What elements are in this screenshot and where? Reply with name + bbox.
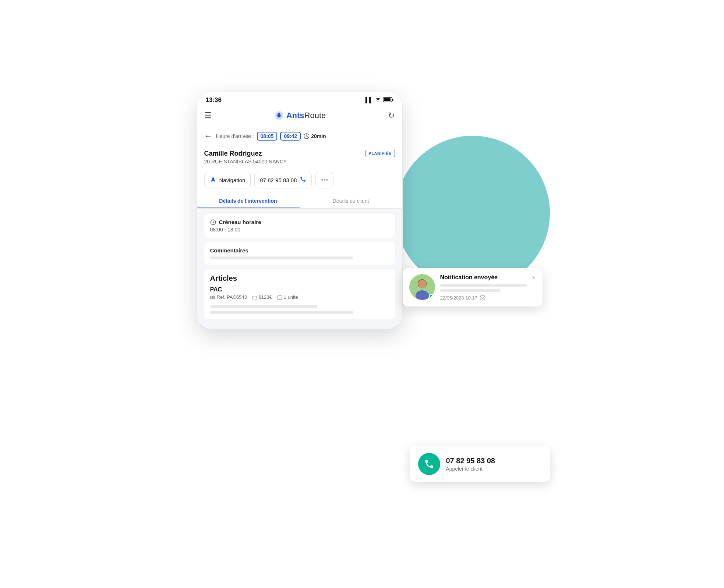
commentaires-title-text: Commentaires bbox=[210, 247, 248, 254]
back-button[interactable]: ← bbox=[204, 131, 212, 141]
svg-rect-10 bbox=[211, 295, 211, 298]
svg-rect-11 bbox=[211, 295, 212, 298]
commentaires-card: Commentaires bbox=[204, 242, 395, 265]
tabs-row: Détails de l'intervention Détails du cli… bbox=[197, 194, 402, 209]
creneau-card: Créneau horaire 08:00 - 18:00 bbox=[204, 214, 395, 238]
antsroute-logo-icon bbox=[274, 110, 284, 121]
article-quantity-text: 1 unité bbox=[284, 294, 298, 300]
call-info: 07 82 95 83 08 Appeler le client bbox=[446, 457, 542, 472]
client-name: Camille Rodriguez bbox=[204, 150, 287, 157]
barcode-placeholder2 bbox=[210, 311, 353, 314]
hamburger-icon[interactable]: ☰ bbox=[204, 111, 212, 120]
phone-icon bbox=[300, 176, 306, 184]
nav-row: ← Heure d'arrivée : 08:05 09:42 20min bbox=[197, 126, 402, 146]
check-circle-icon bbox=[480, 295, 485, 301]
article-ref-text: Ref. PAC6543 bbox=[217, 294, 247, 300]
notif-close-button[interactable]: × bbox=[532, 274, 536, 282]
svg-point-6 bbox=[278, 113, 280, 114]
commentaires-title: Commentaires bbox=[210, 247, 389, 254]
client-info: Camille Rodriguez 20 RUE STANISLAS 54000… bbox=[197, 146, 402, 169]
barcode-icon bbox=[210, 295, 215, 299]
content-area: Créneau horaire 08:00 - 18:00 Commentair… bbox=[197, 209, 402, 329]
call-icon-circle[interactable] bbox=[418, 453, 440, 475]
duration-badge: 20min bbox=[304, 133, 326, 139]
logo-text: AntsRoute bbox=[286, 111, 326, 120]
logo-text-bold: Ants bbox=[286, 111, 304, 120]
creneau-title: Créneau horaire bbox=[210, 219, 389, 225]
svg-rect-18 bbox=[278, 295, 282, 299]
tab-intervention[interactable]: Détails de l'intervention bbox=[197, 194, 300, 208]
article-quantity: 1 unité bbox=[277, 294, 298, 300]
notif-line1 bbox=[440, 284, 527, 287]
status-bar: 13:36 ▌▌ bbox=[197, 92, 402, 107]
phone-button-label: 07 82 95 83 08 bbox=[260, 177, 297, 183]
clock-icon bbox=[304, 133, 310, 139]
navigation-label: Navigation bbox=[219, 177, 246, 183]
signal-icon: ▌▌ bbox=[365, 97, 373, 103]
article-meta: Ref. PAC6543 8123€ bbox=[210, 294, 389, 300]
svg-rect-17 bbox=[252, 296, 257, 299]
wifi-icon bbox=[375, 97, 381, 103]
quantity-icon bbox=[277, 295, 282, 300]
notif-line2 bbox=[440, 289, 501, 292]
status-badge: PLANIFIÉE bbox=[365, 150, 395, 157]
app-header: ☰ AntsRoute ↻ bbox=[197, 107, 402, 126]
svg-rect-16 bbox=[215, 295, 215, 298]
status-icons: ▌▌ bbox=[365, 97, 393, 103]
online-indicator bbox=[429, 294, 434, 298]
tab-client[interactable]: Détails du client bbox=[300, 194, 402, 208]
notification-card: Notification envoyée 22/05/2023 10:17 × bbox=[403, 268, 543, 307]
article-price: 8123€ bbox=[252, 294, 272, 300]
duration-value: 20min bbox=[311, 133, 326, 139]
svg-rect-2 bbox=[384, 98, 391, 101]
articles-section: Articles PAC R bbox=[204, 269, 395, 319]
more-button[interactable]: ••• bbox=[315, 172, 333, 188]
phone-button[interactable]: 07 82 95 83 08 bbox=[254, 172, 312, 188]
more-icon: ••• bbox=[321, 176, 328, 184]
notif-date-text: 22/05/2023 10:17 bbox=[440, 295, 477, 301]
refresh-icon[interactable]: ↻ bbox=[388, 111, 395, 120]
svg-rect-1 bbox=[392, 99, 393, 101]
barcode-placeholder bbox=[210, 305, 318, 308]
svg-rect-14 bbox=[213, 295, 214, 298]
call-number: 07 82 95 83 08 bbox=[446, 457, 542, 465]
svg-point-23 bbox=[480, 295, 485, 300]
arrival-time1-badge: 08:05 bbox=[257, 132, 278, 141]
navigation-button[interactable]: Navigation bbox=[204, 172, 251, 188]
call-card: 07 82 95 83 08 Appeler le client bbox=[410, 446, 550, 482]
notif-avatar bbox=[409, 274, 435, 300]
battery-icon bbox=[383, 97, 393, 103]
call-label: Appeler le client bbox=[446, 466, 542, 472]
teal-decoration bbox=[395, 136, 550, 290]
price-icon bbox=[252, 295, 257, 300]
svg-rect-9 bbox=[210, 295, 211, 298]
article-ref: Ref. PAC6543 bbox=[210, 294, 247, 300]
tab-intervention-label: Détails de l'intervention bbox=[219, 198, 277, 204]
svg-rect-15 bbox=[214, 295, 215, 298]
notif-date: 22/05/2023 10:17 bbox=[440, 295, 527, 301]
article-name: PAC bbox=[210, 286, 389, 293]
clock-section-icon bbox=[210, 219, 216, 225]
tab-client-label: Détails du client bbox=[333, 198, 369, 204]
action-buttons: Navigation 07 82 95 83 08 ••• bbox=[197, 169, 402, 194]
heure-label: Heure d'arrivée : bbox=[216, 133, 254, 139]
creneau-value: 08:00 - 18:00 bbox=[210, 227, 389, 233]
notif-content: Notification envoyée 22/05/2023 10:17 bbox=[440, 274, 527, 301]
logo-text-regular: Route bbox=[304, 111, 326, 120]
nav-info: Heure d'arrivée : 08:05 09:42 20min bbox=[216, 132, 326, 141]
arrival-time2-badge: 09:42 bbox=[280, 132, 301, 141]
svg-rect-13 bbox=[213, 295, 213, 298]
client-details: Camille Rodriguez 20 RUE STANISLAS 54000… bbox=[204, 150, 287, 164]
commentaires-placeholder1 bbox=[210, 256, 353, 259]
articles-title: Articles bbox=[210, 274, 389, 283]
status-time: 13:36 bbox=[206, 96, 222, 104]
scene-container: 13:36 ▌▌ bbox=[197, 92, 528, 496]
notif-title: Notification envoyée bbox=[440, 274, 527, 281]
phone-mockup: 13:36 ▌▌ bbox=[197, 92, 403, 329]
article-price-text: 8123€ bbox=[259, 294, 272, 300]
navigation-icon bbox=[210, 176, 216, 184]
creneau-title-text: Créneau horaire bbox=[219, 219, 261, 225]
svg-rect-12 bbox=[212, 295, 212, 298]
app-logo: AntsRoute bbox=[274, 110, 326, 121]
client-address: 20 RUE STANISLAS 54000 NANCY bbox=[204, 159, 287, 164]
